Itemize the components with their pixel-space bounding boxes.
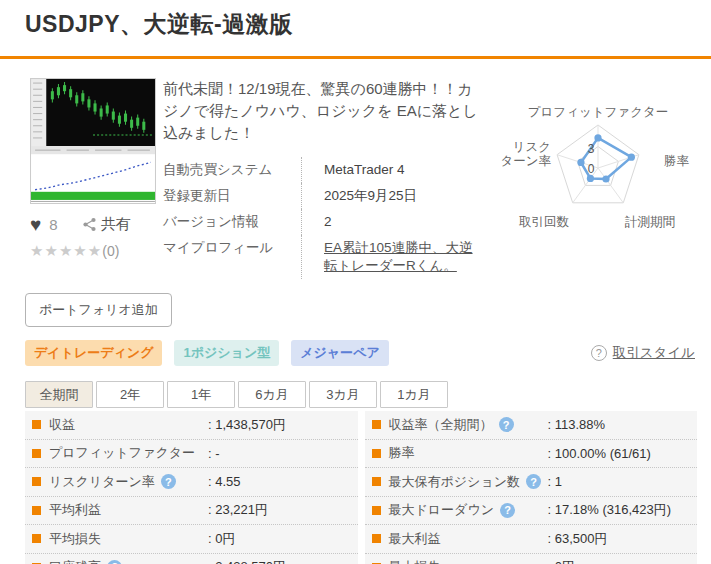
share-button[interactable]: 共有 (82, 215, 131, 234)
stats-table: 収益: 1,438,570円プロフィットファクター: -リスクリターン率?: 4… (25, 411, 697, 564)
help-icon[interactable]: ? (499, 417, 514, 432)
stat-value: : 63,500円 (548, 530, 608, 548)
bullet-icon (32, 477, 41, 486)
svg-text:リスクターン率: リスクターン率 (500, 140, 551, 168)
help-icon[interactable]: ? (107, 560, 122, 564)
help-icon[interactable]: ? (526, 474, 541, 489)
page-title: USDJPY、大逆転-過激版 (0, 0, 711, 40)
period-tab[interactable]: 1年 (167, 381, 235, 408)
rating-row: ★★★★★(0) (30, 242, 158, 260)
stat-value: : 1 (548, 474, 562, 489)
stat-value: : - (208, 446, 220, 461)
bullet-icon (372, 420, 381, 429)
stat-label-group: 収益率（全期間）? (372, 416, 548, 434)
stat-value: : 113.88% (548, 417, 606, 432)
svg-text:取引回数: 取引回数 (519, 215, 570, 229)
tag-row: デイトレーディング1ポジション型メジャーペア ? 取引スタイル (25, 340, 695, 366)
stat-label: 勝率 (389, 444, 415, 462)
stat-value: : 17.18% (316,423円) (548, 501, 672, 519)
stat-row: 収益率（全期間）?: 113.88% (365, 411, 698, 440)
stat-label: 平均利益 (49, 501, 101, 519)
bullet-icon (32, 420, 41, 429)
svg-text:3: 3 (588, 142, 595, 156)
period-tab[interactable]: 3カ月 (309, 381, 377, 408)
profile-link[interactable]: EA累計105連勝中、大逆転トレーダーRくん。 (324, 240, 473, 273)
category-tag[interactable]: メジャーペア (291, 340, 389, 366)
product-info-text: 2 (324, 214, 332, 229)
bullet-icon (372, 534, 381, 543)
stat-label-group: リスクリターン率? (32, 473, 208, 491)
period-tab[interactable]: 全期間 (25, 381, 93, 408)
tag-list: デイトレーディング1ポジション型メジャーペア (25, 340, 401, 366)
product-description: 前代未聞！12/19現在、驚異の60連勝中！！カジノで得たノウハウ、ロジックを … (163, 78, 485, 144)
help-icon[interactable]: ? (161, 474, 176, 489)
help-icon[interactable]: ? (500, 503, 515, 518)
social-row: ♥ 8 共有 (30, 215, 158, 234)
product-info-value: MetaTrader 4 (301, 157, 485, 183)
stat-row: 最大ドローダウン?: 17.18% (316,423円) (365, 497, 698, 526)
svg-text:プロフィットファクター: プロフィットファクター (528, 105, 668, 119)
stat-row: 最大損失: 0円 (365, 554, 698, 564)
radar-chart-column: 30プロフィットファクター勝率計測期間取引回数リスクターン率 (485, 78, 711, 279)
stat-label-group: 収益 (32, 416, 208, 434)
period-tab-bar: 全期間2年1年6カ月3カ月1カ月 (25, 381, 711, 408)
category-tag[interactable]: 1ポジション型 (174, 340, 279, 366)
stat-label: 最大保有ポジション数 (389, 473, 521, 491)
stat-row: 最大利益: 63,500円 (365, 525, 698, 554)
product-info-row: 登録更新日2025年9月25日 (163, 183, 485, 209)
stat-label-group: 平均損失 (32, 530, 208, 548)
share-label: 共有 (101, 215, 131, 234)
like-count: 8 (49, 216, 57, 233)
stat-value: : 0円 (548, 558, 575, 564)
product-info-label: マイプロフィール (163, 235, 301, 279)
stat-row: 収益: 1,438,570円 (25, 411, 358, 440)
stat-row: プロフィットファクター: - (25, 440, 358, 469)
product-info-text: 2025年9月25日 (324, 188, 417, 203)
rating-count: (0) (102, 243, 119, 259)
product-info-row: 自動売買システムMetaTrader 4 (163, 157, 485, 183)
stat-label: 収益 (49, 416, 75, 434)
stat-value: : 100.00% (61/61) (548, 446, 651, 461)
product-info-label: バージョン情報 (163, 209, 301, 235)
stat-label: リスクリターン率 (49, 473, 155, 491)
product-info-value: 2025年9月25日 (301, 183, 485, 209)
stat-label-group: 勝率 (372, 444, 548, 462)
stat-label: 最大ドローダウン (389, 501, 495, 519)
question-circle-icon[interactable]: ? (591, 345, 607, 361)
stat-label-group: 最大ドローダウン? (372, 501, 548, 519)
product-info-table: 自動売買システムMetaTrader 4登録更新日2025年9月25日バージョン… (163, 157, 485, 279)
stat-label-group: 最大損失 (372, 558, 548, 564)
product-info-row: バージョン情報2 (163, 209, 485, 235)
svg-text:計測期間: 計測期間 (624, 215, 675, 229)
stat-label-group: 口座残高? (32, 558, 208, 564)
bullet-icon (32, 506, 41, 515)
bullet-icon (32, 534, 41, 543)
product-info-value: EA累計105連勝中、大逆転トレーダーRくん。 (301, 235, 485, 279)
stat-label-group: 平均利益 (32, 501, 208, 519)
category-tag[interactable]: デイトレーディング (25, 340, 162, 366)
period-tab[interactable]: 1カ月 (380, 381, 448, 408)
add-portfolio-button[interactable]: ポートフォリオ追加 (25, 293, 172, 327)
like-heart-icon[interactable]: ♥ (30, 215, 41, 234)
share-icon (82, 217, 97, 232)
svg-text:勝率: 勝率 (664, 154, 690, 168)
stat-label: 収益率（全期間） (389, 416, 493, 434)
stat-label-group: 最大利益 (372, 530, 548, 548)
product-info-row: マイプロフィールEA累計105連勝中、大逆転トレーダーRくん。 (163, 235, 485, 279)
stat-value: : 23,221円 (208, 501, 268, 519)
stat-label: 最大損失 (389, 558, 441, 564)
product-info-column: 前代未聞！12/19現在、驚異の60連勝中！！カジノで得たノウハウ、ロジックを … (163, 78, 485, 279)
product-info-label: 登録更新日 (163, 183, 301, 209)
period-tab[interactable]: 2年 (96, 381, 164, 408)
product-thumbnail[interactable] (30, 78, 156, 204)
product-summary-section: ♥ 8 共有 ★★★★★(0) 前代未聞！12/19現在、驚異の60連勝中！！カ… (0, 59, 711, 279)
bullet-icon (372, 477, 381, 486)
stat-value: : 4.55 (208, 474, 241, 489)
bullet-icon (372, 506, 381, 515)
stat-row: 平均利益: 23,221円 (25, 497, 358, 526)
stat-value: : 2,438,570円 (208, 558, 286, 564)
period-tab[interactable]: 6カ月 (238, 381, 306, 408)
trade-style-link[interactable]: 取引スタイル (613, 344, 695, 362)
stat-row: 口座残高?: 2,438,570円 (25, 554, 358, 564)
stats-column-right: 収益率（全期間）?: 113.88%勝率: 100.00% (61/61)最大保… (365, 411, 698, 564)
